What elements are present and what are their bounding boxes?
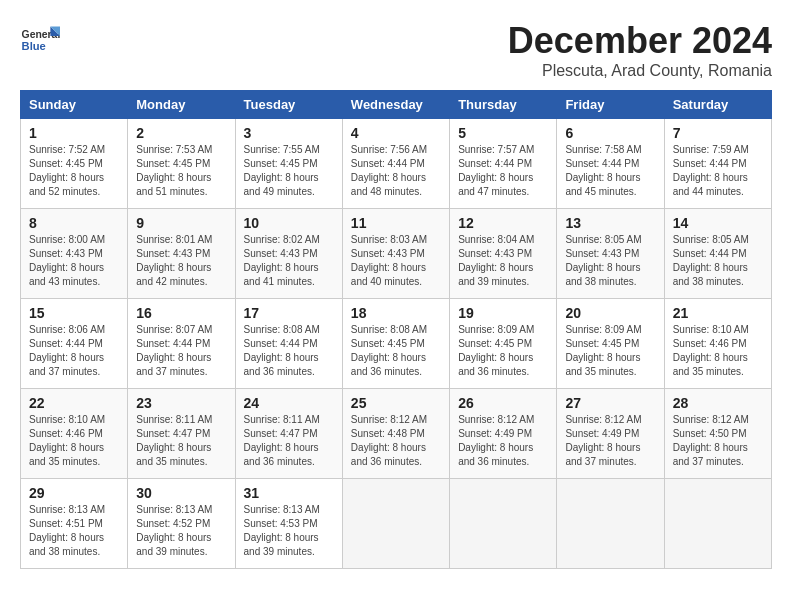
calendar-cell: 13Sunrise: 8:05 AM Sunset: 4:43 PM Dayli… (557, 209, 664, 299)
day-number: 22 (29, 395, 119, 411)
calendar-cell: 26Sunrise: 8:12 AM Sunset: 4:49 PM Dayli… (450, 389, 557, 479)
day-info: Sunrise: 8:07 AM Sunset: 4:44 PM Dayligh… (136, 323, 226, 379)
calendar-week-2: 8Sunrise: 8:00 AM Sunset: 4:43 PM Daylig… (21, 209, 772, 299)
calendar-cell: 31Sunrise: 8:13 AM Sunset: 4:53 PM Dayli… (235, 479, 342, 569)
calendar-cell: 21Sunrise: 8:10 AM Sunset: 4:46 PM Dayli… (664, 299, 771, 389)
day-info: Sunrise: 8:13 AM Sunset: 4:51 PM Dayligh… (29, 503, 119, 559)
day-number: 6 (565, 125, 655, 141)
day-number: 10 (244, 215, 334, 231)
day-info: Sunrise: 8:08 AM Sunset: 4:45 PM Dayligh… (351, 323, 441, 379)
col-header-friday: Friday (557, 91, 664, 119)
day-info: Sunrise: 7:52 AM Sunset: 4:45 PM Dayligh… (29, 143, 119, 199)
day-number: 29 (29, 485, 119, 501)
day-number: 7 (673, 125, 763, 141)
calendar-cell: 4Sunrise: 7:56 AM Sunset: 4:44 PM Daylig… (342, 119, 449, 209)
calendar-week-1: 1Sunrise: 7:52 AM Sunset: 4:45 PM Daylig… (21, 119, 772, 209)
day-number: 19 (458, 305, 548, 321)
day-number: 2 (136, 125, 226, 141)
day-number: 31 (244, 485, 334, 501)
day-number: 28 (673, 395, 763, 411)
day-number: 4 (351, 125, 441, 141)
day-number: 18 (351, 305, 441, 321)
calendar-cell: 9Sunrise: 8:01 AM Sunset: 4:43 PM Daylig… (128, 209, 235, 299)
calendar-cell: 1Sunrise: 7:52 AM Sunset: 4:45 PM Daylig… (21, 119, 128, 209)
location-subtitle: Plescuta, Arad County, Romania (508, 62, 772, 80)
day-info: Sunrise: 8:02 AM Sunset: 4:43 PM Dayligh… (244, 233, 334, 289)
calendar-cell: 22Sunrise: 8:10 AM Sunset: 4:46 PM Dayli… (21, 389, 128, 479)
calendar-cell: 30Sunrise: 8:13 AM Sunset: 4:52 PM Dayli… (128, 479, 235, 569)
day-info: Sunrise: 8:12 AM Sunset: 4:50 PM Dayligh… (673, 413, 763, 469)
day-number: 9 (136, 215, 226, 231)
calendar-cell: 16Sunrise: 8:07 AM Sunset: 4:44 PM Dayli… (128, 299, 235, 389)
day-number: 13 (565, 215, 655, 231)
calendar-cell: 28Sunrise: 8:12 AM Sunset: 4:50 PM Dayli… (664, 389, 771, 479)
day-info: Sunrise: 8:10 AM Sunset: 4:46 PM Dayligh… (29, 413, 119, 469)
day-info: Sunrise: 8:09 AM Sunset: 4:45 PM Dayligh… (565, 323, 655, 379)
col-header-tuesday: Tuesday (235, 91, 342, 119)
day-info: Sunrise: 8:06 AM Sunset: 4:44 PM Dayligh… (29, 323, 119, 379)
calendar-cell: 23Sunrise: 8:11 AM Sunset: 4:47 PM Dayli… (128, 389, 235, 479)
calendar-cell (450, 479, 557, 569)
day-info: Sunrise: 7:56 AM Sunset: 4:44 PM Dayligh… (351, 143, 441, 199)
calendar-cell: 29Sunrise: 8:13 AM Sunset: 4:51 PM Dayli… (21, 479, 128, 569)
calendar-week-4: 22Sunrise: 8:10 AM Sunset: 4:46 PM Dayli… (21, 389, 772, 479)
day-number: 14 (673, 215, 763, 231)
calendar-cell: 27Sunrise: 8:12 AM Sunset: 4:49 PM Dayli… (557, 389, 664, 479)
day-info: Sunrise: 8:01 AM Sunset: 4:43 PM Dayligh… (136, 233, 226, 289)
day-info: Sunrise: 8:11 AM Sunset: 4:47 PM Dayligh… (136, 413, 226, 469)
calendar-week-5: 29Sunrise: 8:13 AM Sunset: 4:51 PM Dayli… (21, 479, 772, 569)
day-info: Sunrise: 8:10 AM Sunset: 4:46 PM Dayligh… (673, 323, 763, 379)
day-number: 11 (351, 215, 441, 231)
day-number: 12 (458, 215, 548, 231)
col-header-monday: Monday (128, 91, 235, 119)
calendar-cell (557, 479, 664, 569)
day-number: 1 (29, 125, 119, 141)
day-number: 25 (351, 395, 441, 411)
day-info: Sunrise: 8:00 AM Sunset: 4:43 PM Dayligh… (29, 233, 119, 289)
day-info: Sunrise: 7:53 AM Sunset: 4:45 PM Dayligh… (136, 143, 226, 199)
day-info: Sunrise: 7:58 AM Sunset: 4:44 PM Dayligh… (565, 143, 655, 199)
calendar-cell: 24Sunrise: 8:11 AM Sunset: 4:47 PM Dayli… (235, 389, 342, 479)
page-header: General Blue December 2024 Plescuta, Ara… (20, 20, 772, 80)
calendar-cell: 17Sunrise: 8:08 AM Sunset: 4:44 PM Dayli… (235, 299, 342, 389)
day-info: Sunrise: 8:11 AM Sunset: 4:47 PM Dayligh… (244, 413, 334, 469)
calendar-header-row: SundayMondayTuesdayWednesdayThursdayFrid… (21, 91, 772, 119)
col-header-sunday: Sunday (21, 91, 128, 119)
day-info: Sunrise: 8:08 AM Sunset: 4:44 PM Dayligh… (244, 323, 334, 379)
calendar-cell: 18Sunrise: 8:08 AM Sunset: 4:45 PM Dayli… (342, 299, 449, 389)
calendar-cell: 20Sunrise: 8:09 AM Sunset: 4:45 PM Dayli… (557, 299, 664, 389)
day-info: Sunrise: 7:57 AM Sunset: 4:44 PM Dayligh… (458, 143, 548, 199)
day-info: Sunrise: 8:12 AM Sunset: 4:48 PM Dayligh… (351, 413, 441, 469)
calendar-cell: 25Sunrise: 8:12 AM Sunset: 4:48 PM Dayli… (342, 389, 449, 479)
day-info: Sunrise: 8:03 AM Sunset: 4:43 PM Dayligh… (351, 233, 441, 289)
day-number: 24 (244, 395, 334, 411)
calendar-table: SundayMondayTuesdayWednesdayThursdayFrid… (20, 90, 772, 569)
day-info: Sunrise: 8:05 AM Sunset: 4:43 PM Dayligh… (565, 233, 655, 289)
calendar-cell (342, 479, 449, 569)
calendar-cell: 3Sunrise: 7:55 AM Sunset: 4:45 PM Daylig… (235, 119, 342, 209)
calendar-cell: 8Sunrise: 8:00 AM Sunset: 4:43 PM Daylig… (21, 209, 128, 299)
day-number: 27 (565, 395, 655, 411)
day-number: 3 (244, 125, 334, 141)
col-header-thursday: Thursday (450, 91, 557, 119)
title-section: December 2024 Plescuta, Arad County, Rom… (508, 20, 772, 80)
calendar-cell: 5Sunrise: 7:57 AM Sunset: 4:44 PM Daylig… (450, 119, 557, 209)
day-number: 17 (244, 305, 334, 321)
calendar-cell: 15Sunrise: 8:06 AM Sunset: 4:44 PM Dayli… (21, 299, 128, 389)
day-number: 26 (458, 395, 548, 411)
day-number: 21 (673, 305, 763, 321)
col-header-wednesday: Wednesday (342, 91, 449, 119)
svg-text:Blue: Blue (22, 40, 46, 52)
logo: General Blue (20, 20, 64, 60)
day-number: 8 (29, 215, 119, 231)
day-info: Sunrise: 8:13 AM Sunset: 4:53 PM Dayligh… (244, 503, 334, 559)
day-info: Sunrise: 8:09 AM Sunset: 4:45 PM Dayligh… (458, 323, 548, 379)
day-info: Sunrise: 8:04 AM Sunset: 4:43 PM Dayligh… (458, 233, 548, 289)
calendar-cell: 6Sunrise: 7:58 AM Sunset: 4:44 PM Daylig… (557, 119, 664, 209)
day-info: Sunrise: 8:12 AM Sunset: 4:49 PM Dayligh… (458, 413, 548, 469)
calendar-cell (664, 479, 771, 569)
col-header-saturday: Saturday (664, 91, 771, 119)
day-number: 15 (29, 305, 119, 321)
day-info: Sunrise: 8:05 AM Sunset: 4:44 PM Dayligh… (673, 233, 763, 289)
calendar-week-3: 15Sunrise: 8:06 AM Sunset: 4:44 PM Dayli… (21, 299, 772, 389)
